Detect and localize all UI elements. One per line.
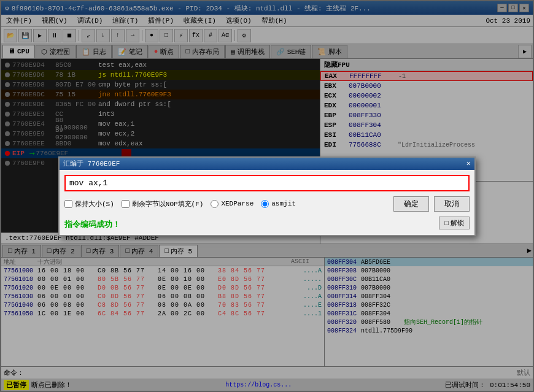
keep-size-checkbox[interactable] — [64, 200, 72, 208]
asmjit-label: asmjit — [271, 200, 296, 207]
keep-size-label: 保持大小(S) — [75, 199, 114, 209]
dialog-body: 保持大小(S) 剩余字节以NOP填充(F) XEDParse asmjit — [60, 170, 474, 235]
dialog-footer: 指令编码成功！ □ 解锁 — [64, 217, 470, 230]
fill-nop-label: 剩余字节以NOP填充(F) — [132, 199, 204, 209]
ok-button[interactable]: 确定 — [393, 196, 429, 212]
dialog-action-buttons: 确定 取消 — [303, 196, 470, 212]
xedparse-option[interactable]: XEDParse — [211, 200, 253, 208]
keep-size-option[interactable]: 保持大小(S) — [64, 199, 114, 209]
dialog-title-text: 汇编于 7760E9EF — [63, 159, 120, 168]
cancel-button[interactable]: 取消 — [434, 196, 470, 212]
main-window: ⚙ 8f80610b-8701-4c7f-ad60-63861a558a5b.e… — [0, 0, 534, 392]
xedparse-radio[interactable] — [211, 200, 219, 208]
dialog-options: 保持大小(S) 剩余字节以NOP填充(F) XEDParse asmjit — [64, 196, 470, 212]
xedparse-label: XEDParse — [221, 200, 253, 207]
asmjit-radio[interactable] — [261, 200, 269, 208]
fill-nop-option[interactable]: 剩余字节以NOP填充(F) — [122, 199, 204, 209]
dialog-title-bar: 汇编于 7760E9EF ✕ — [60, 158, 474, 170]
asm-instruction-input[interactable] — [64, 175, 470, 191]
dialog-overlay: 汇编于 7760E9EF ✕ 保持大小(S) 剩余字节以NOP填充(F) — [0, 0, 534, 392]
success-message: 指令编码成功！ — [64, 219, 120, 230]
assemble-dialog: 汇编于 7760E9EF ✕ 保持大小(S) 剩余字节以NOP填充(F) — [58, 156, 476, 236]
asmjit-option[interactable]: asmjit — [261, 200, 296, 208]
unlock-button[interactable]: □ 解锁 — [439, 217, 470, 229]
fill-nop-checkbox[interactable] — [122, 200, 130, 208]
dialog-close-button[interactable]: ✕ — [466, 159, 471, 168]
